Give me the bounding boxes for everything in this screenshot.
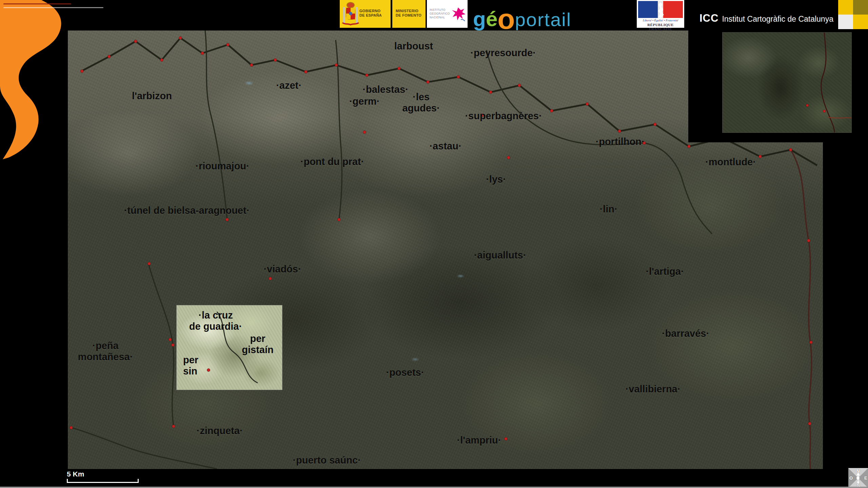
spain-coat-of-arms-icon: [342, 1, 359, 27]
compass-n: N: [856, 468, 860, 473]
map-label: ·l'artiga·: [646, 266, 684, 277]
ministerio-fomento-logo[interactable]: MINISTERIO DE FOMENTO: [392, 0, 426, 28]
republique-francaise-logo[interactable]: Liberté • Égalité • Fraternité RÉPUBLIQU…: [637, 0, 684, 28]
map-label: ·l'ampriu·: [457, 435, 501, 446]
map-label: ·peyresourde·: [470, 47, 536, 59]
geoportail-logo[interactable]: géoportail: [473, 0, 636, 29]
header-bar: GOBIERNO DE ESPAÑA MINISTERIO DE FOMENTO…: [0, 0, 868, 29]
overview-map-panel: [688, 17, 868, 142]
map-label: per sin: [183, 354, 198, 377]
ign-line3: NACIONAL: [430, 16, 445, 19]
icc-square-yellow-1: [838, 0, 853, 15]
icc-logo[interactable]: ICCInstitut Cartogràfic de Catalunya: [699, 12, 833, 24]
scale-bar-label: 5 Km: [67, 470, 139, 478]
map-label: ·azet·: [276, 80, 302, 91]
compass-rose[interactable]: N S O E: [848, 468, 868, 488]
compass-e: E: [864, 475, 867, 481]
ministerio-line2: DE FOMENTO: [396, 13, 421, 17]
geoportail-portail: portail: [515, 9, 572, 30]
compass-center-dot: [856, 476, 860, 480]
road-west: [149, 264, 174, 426]
road-east: [791, 150, 811, 469]
marianne-icon: [656, 2, 665, 18]
map-label: ·pont du prat·: [300, 156, 364, 167]
rf-motto: Liberté • Égalité • Fraternité: [637, 19, 684, 22]
ign-splash-icon: [451, 6, 466, 23]
map-label: ·vallibierna·: [626, 384, 681, 395]
map-label: ·astau·: [429, 141, 461, 152]
overview-road-2: [828, 117, 851, 118]
map-label: ·balestas·: [362, 84, 408, 95]
map-label: ·túnel de bielsa-aragnouet·: [124, 205, 250, 216]
icc-square-yellow-2: [853, 15, 868, 29]
map-label: ·zinqueta·: [197, 425, 243, 436]
map-label: ·germ·: [349, 96, 380, 107]
rf-name: RÉPUBLIQUE FRANÇAISE: [637, 23, 684, 31]
map-label: ·rioumajou·: [195, 161, 250, 172]
map-label: ·aigualluts·: [474, 250, 527, 261]
icc-name: Institut Cartogràfic de Catalunya: [722, 15, 833, 23]
gobierno-line1: GOBIERNO: [359, 9, 380, 13]
map-label: ·puerto saúnc·: [293, 455, 361, 466]
brand-swirl-decoration: [0, 0, 73, 161]
gobierno-espana-logo[interactable]: GOBIERNO DE ESPAÑA: [340, 0, 391, 28]
fine-print-line: [3, 7, 103, 8]
road-zinqueta: [71, 428, 217, 469]
map-label: l'arbizon: [132, 90, 172, 102]
road-rioumajou: [205, 30, 227, 220]
icc-abbr: ICC: [699, 12, 718, 24]
map-label: ·la cruz de guardia·: [189, 310, 242, 332]
map-label: ·les agudes·: [402, 92, 440, 114]
map-label: ·portilhon·: [596, 136, 645, 147]
scale-bar: 5 Km: [67, 470, 139, 483]
geoportail-g: g: [473, 7, 486, 30]
icc-square-light: [838, 15, 853, 29]
map-label: ·peña montañesa·: [78, 340, 133, 363]
geoportail-o: o: [497, 3, 515, 35]
map-label: larboust: [394, 41, 433, 52]
french-flag-icon: [638, 1, 683, 18]
map-label: per gistaín: [242, 333, 273, 355]
map-label: ·barravés·: [662, 328, 709, 339]
gobierno-line2: DE ESPAÑA: [359, 13, 382, 17]
map-label: ·posets·: [386, 367, 425, 378]
map-label: ·viadós·: [263, 264, 301, 275]
ministerio-line1: MINISTERIO: [396, 9, 418, 13]
icc-square-olive: [853, 0, 868, 15]
overview-map[interactable]: [722, 32, 852, 133]
ign-logo[interactable]: INSTITUTO GEOGRÁFICO NACIONAL: [427, 0, 468, 28]
map-label: ·superbagnères·: [465, 110, 542, 122]
scale-bar-line: [67, 479, 139, 483]
map-label: ·lys·: [486, 174, 506, 185]
compass-o: O: [849, 475, 853, 481]
fine-print-line: [3, 3, 71, 4]
bottom-edge-bar: [0, 487, 868, 488]
map-label: ·lin·: [599, 204, 617, 215]
overview-dots: [806, 104, 826, 113]
ign-line1: INSTITUTO: [430, 8, 446, 12]
map-label: ·montlude·: [705, 157, 756, 168]
geoportail-e: é: [486, 7, 497, 30]
ign-line2: GEOGRÁFICO: [430, 12, 450, 15]
